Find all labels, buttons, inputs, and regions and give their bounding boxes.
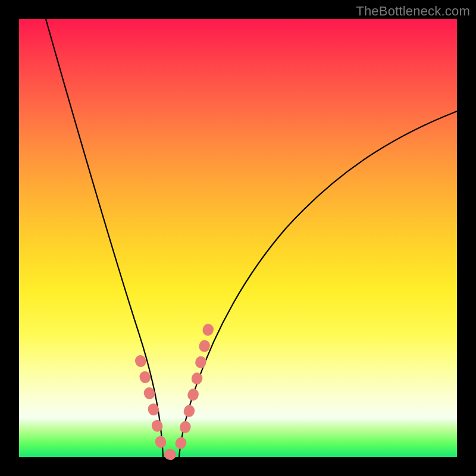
chart-frame: TheBottleneck.com xyxy=(0,0,476,476)
watermark-text: TheBottleneck.com xyxy=(356,4,470,19)
hairpin-dotted xyxy=(140,324,209,455)
bottleneck-right-curve xyxy=(179,111,457,457)
curves-overlay xyxy=(19,19,457,457)
plot-area xyxy=(19,19,457,457)
